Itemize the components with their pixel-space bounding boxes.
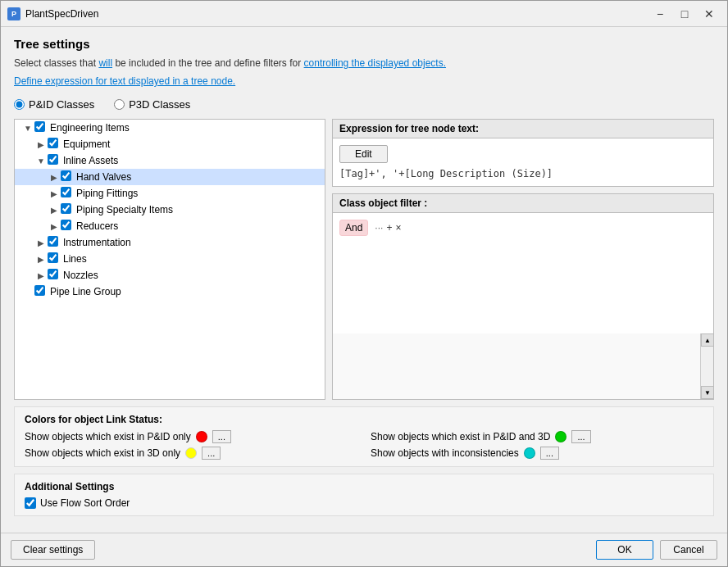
expression-body: Edit [Tag]+', '+[Long Description (Size)… bbox=[333, 138, 713, 186]
tree-node-pipespecialty[interactable]: ▶ Piping Specialty Items bbox=[15, 202, 325, 218]
tree-node-pipelinegroup[interactable]: Pipe Line Group bbox=[15, 284, 325, 300]
color-label-pid-only: Show objects which exist in P&ID only bbox=[25, 431, 191, 442]
radio-p3d-input[interactable] bbox=[114, 99, 125, 110]
main-content: Tree settings Select classes that will b… bbox=[1, 27, 727, 533]
filter-times[interactable]: × bbox=[395, 222, 401, 234]
label-engineering: Engineering Items bbox=[50, 122, 130, 134]
tree-node-engineering[interactable]: ▼ Engineering Items bbox=[15, 120, 325, 136]
color-row-pid-only: Show objects which exist in P&ID only ..… bbox=[25, 430, 357, 443]
close-button[interactable]: ✕ bbox=[698, 5, 721, 23]
tree-node-lines[interactable]: ▶ Lines bbox=[15, 251, 325, 267]
right-panel: Expression for tree node text: Edit [Tag… bbox=[332, 119, 714, 400]
bottom-area: Colors for object Link Status: Show obje… bbox=[14, 406, 714, 523]
will-link: will bbox=[98, 57, 112, 69]
tree-node-reducers[interactable]: ▶ Reducers bbox=[15, 218, 325, 234]
additional-title: Additional Settings bbox=[25, 481, 703, 492]
filter-body: And ··· + × bbox=[333, 213, 713, 333]
cancel-button[interactable]: Cancel bbox=[660, 540, 717, 560]
window-title: PlantSpecDriven bbox=[25, 8, 648, 20]
additional-section: Additional Settings Use Flow Sort Order bbox=[14, 474, 714, 516]
color-dot-3d-only bbox=[185, 447, 197, 459]
tree-node-pipefittings[interactable]: ▶ Piping Fittings bbox=[15, 185, 325, 202]
label-lines: Lines bbox=[63, 253, 87, 265]
tree-node-equipment[interactable]: ▶ Equipment bbox=[15, 136, 325, 152]
label-nozzles: Nozzles bbox=[63, 270, 98, 281]
color-btn-3d-only[interactable]: ... bbox=[202, 447, 221, 460]
tree-node-nozzles[interactable]: ▶ Nozzles bbox=[15, 267, 325, 284]
radio-p3d-label: P3D Classes bbox=[129, 98, 190, 111]
tree-node-handvalves[interactable]: ▶ Hand Valves bbox=[15, 169, 325, 185]
filter-and-label: And bbox=[345, 222, 362, 234]
filter-plus[interactable]: + bbox=[386, 222, 392, 234]
tree-node-inline[interactable]: ▼ Inline Assets bbox=[15, 152, 325, 169]
color-row-inconsistencies: Show objects with inconsistencies ... bbox=[371, 447, 703, 460]
expand-engineering[interactable]: ▼ bbox=[21, 121, 34, 134]
label-pipelinegroup: Pipe Line Group bbox=[50, 286, 121, 297]
radio-p3d[interactable]: P3D Classes bbox=[114, 98, 190, 111]
scroll-up[interactable]: ▲ bbox=[701, 333, 714, 347]
minimize-button[interactable]: − bbox=[648, 5, 671, 23]
filter-section: Class object filter : And ··· + × bbox=[332, 193, 714, 400]
color-dot-pid-3d bbox=[555, 431, 566, 442]
expand-handvalves[interactable]: ▶ bbox=[48, 170, 61, 184]
check-handvalves[interactable] bbox=[61, 170, 74, 184]
description-line1: Select classes that will be included in … bbox=[14, 56, 714, 70]
filter-and-tag[interactable]: And bbox=[339, 220, 368, 236]
titlebar-buttons: − □ ✕ bbox=[648, 5, 721, 23]
flow-sort-label: Use Flow Sort Order bbox=[40, 497, 130, 509]
flow-sort-checkbox[interactable] bbox=[25, 497, 36, 509]
colors-grid: Show objects which exist in P&ID only ..… bbox=[25, 430, 703, 460]
maximize-button[interactable]: □ bbox=[673, 5, 696, 23]
color-row-pid-3d: Show objects which exist in P&ID and 3D … bbox=[371, 430, 703, 443]
check-lines[interactable] bbox=[48, 252, 61, 265]
expand-equipment[interactable]: ▶ bbox=[34, 138, 48, 151]
scroll-track bbox=[701, 347, 713, 386]
define-expression-link[interactable]: Define expression for text displayed in … bbox=[14, 75, 235, 87]
check-pipelinegroup[interactable] bbox=[34, 285, 48, 298]
tree-node-instrumentation[interactable]: ▶ Instrumentation bbox=[15, 234, 325, 251]
color-btn-pid-only[interactable]: ... bbox=[212, 430, 231, 443]
expand-nozzles[interactable]: ▶ bbox=[34, 269, 48, 282]
expand-instrumentation[interactable]: ▶ bbox=[34, 236, 48, 249]
radio-pid-input[interactable] bbox=[14, 99, 25, 110]
check-engineering[interactable] bbox=[34, 121, 48, 134]
radio-group: P&ID Classes P3D Classes bbox=[14, 98, 714, 111]
titlebar: P PlantSpecDriven − □ ✕ bbox=[1, 1, 727, 27]
clear-settings-button[interactable]: Clear settings bbox=[11, 540, 95, 560]
color-label-inconsistencies: Show objects with inconsistencies bbox=[371, 447, 519, 459]
color-btn-pid-3d[interactable]: ... bbox=[571, 430, 590, 443]
app-icon: P bbox=[7, 7, 20, 20]
check-nozzles[interactable] bbox=[48, 269, 61, 282]
controlling-link: controlling the displayed objects. bbox=[304, 57, 446, 69]
check-reducers[interactable] bbox=[61, 220, 74, 233]
expand-pipespecialty[interactable]: ▶ bbox=[48, 203, 61, 216]
filter-ellipsis[interactable]: ··· bbox=[375, 222, 383, 234]
ok-button[interactable]: OK bbox=[596, 540, 653, 560]
filter-empty-area bbox=[333, 333, 700, 399]
description-line2: Define expression for text displayed in … bbox=[14, 74, 714, 88]
label-reducers: Reducers bbox=[76, 220, 118, 232]
expand-reducers[interactable]: ▶ bbox=[48, 220, 61, 233]
color-label-pid-3d: Show objects which exist in P&ID and 3D bbox=[371, 431, 550, 442]
color-dot-inconsistencies bbox=[524, 447, 535, 459]
filter-scrollbar[interactable]: ▲ ▼ bbox=[700, 333, 713, 399]
expand-inline[interactable]: ▼ bbox=[34, 154, 48, 167]
label-inline: Inline Assets bbox=[63, 155, 118, 166]
colors-title: Colors for object Link Status: bbox=[25, 414, 703, 425]
check-pipefittings[interactable] bbox=[61, 187, 74, 200]
check-inline[interactable] bbox=[48, 154, 61, 167]
check-instrumentation[interactable] bbox=[48, 236, 61, 249]
scroll-down[interactable]: ▼ bbox=[701, 386, 714, 399]
check-pipespecialty[interactable] bbox=[61, 203, 74, 216]
edit-button[interactable]: Edit bbox=[339, 145, 388, 163]
app-icon-text: P bbox=[11, 10, 16, 18]
check-equipment[interactable] bbox=[48, 138, 61, 151]
filter-row: And ··· + × bbox=[339, 220, 707, 236]
footer-right: OK Cancel bbox=[596, 540, 717, 560]
expand-lines[interactable]: ▶ bbox=[34, 252, 48, 265]
expand-pipefittings[interactable]: ▶ bbox=[48, 187, 61, 200]
label-handvalves: Hand Valves bbox=[76, 171, 131, 183]
flow-sort-row[interactable]: Use Flow Sort Order bbox=[25, 497, 703, 509]
color-btn-inconsistencies[interactable]: ... bbox=[540, 447, 559, 460]
radio-pid[interactable]: P&ID Classes bbox=[14, 98, 94, 111]
